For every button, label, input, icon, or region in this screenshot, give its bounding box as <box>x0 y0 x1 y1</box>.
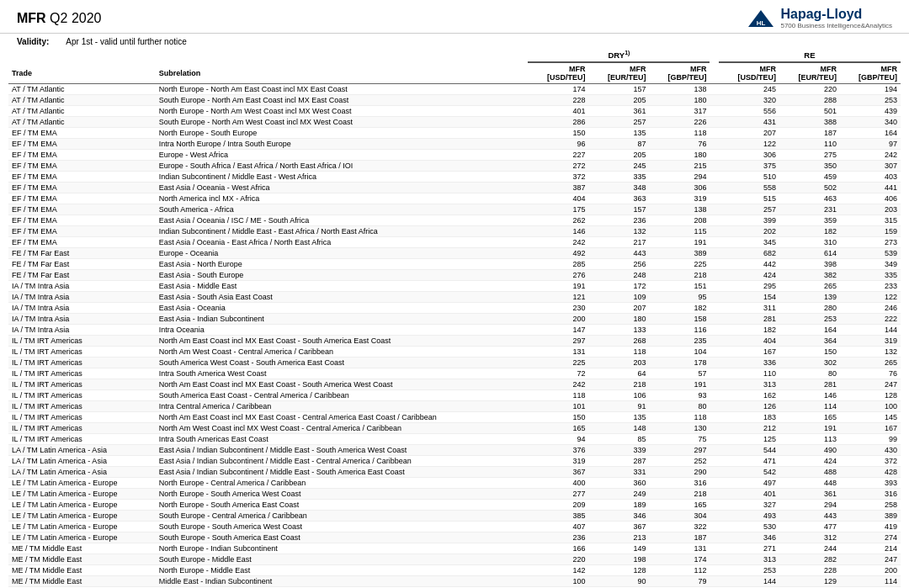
sep-cell <box>710 150 718 161</box>
subrelation-cell: North Am West Coast incl MX West Coast -… <box>156 423 529 434</box>
dry-usd-cell: 147 <box>528 325 588 336</box>
dry-eur-cell: 128 <box>588 565 649 576</box>
re-usd-cell: 558 <box>719 183 779 193</box>
re-gbp-cell: 247 <box>840 554 901 565</box>
dry-gbp-cell: 138 <box>649 84 710 95</box>
re-gbp-cell: 128 <box>840 390 901 401</box>
dry-gbp-cell: 290 <box>649 467 710 478</box>
table-row: IA / TM Intra AsiaIntra Oceania147133116… <box>8 325 901 336</box>
dry-eur-cell: 180 <box>588 314 649 325</box>
trade-cell: EF / TM EMA <box>8 204 156 215</box>
dry-usd-cell: 101 <box>528 401 588 412</box>
table-row: LE / TM Latin America - EuropeSouth Euro… <box>8 532 901 543</box>
re-usd-cell: 125 <box>719 434 779 445</box>
trade-cell: FE / TM Far East <box>8 270 156 281</box>
re-usd-cell: 281 <box>719 314 779 325</box>
sep-cell <box>710 412 718 423</box>
dry-eur-cell: 207 <box>588 303 649 314</box>
dry-gbp-cell: 118 <box>649 128 710 139</box>
re-eur-cell: 443 <box>779 511 840 522</box>
re-eur-cell: 220 <box>779 84 840 95</box>
table-row: IL / TM IRT AmericasNorth Am East Coast … <box>8 336 901 347</box>
dry-eur-cell: 218 <box>588 379 649 390</box>
dry-gbp-cell: 322 <box>649 522 710 532</box>
svg-text:HL: HL <box>757 19 766 27</box>
dry-eur-cell: 85 <box>588 434 649 445</box>
dry-gbp-cell: 115 <box>649 226 710 237</box>
sep-cell <box>710 237 718 248</box>
re-eur-cell: 463 <box>779 193 840 204</box>
table-row: EF / TM EMAIntra North Europe / Intra So… <box>8 139 901 150</box>
table-row: LA / TM Latin America - AsiaEast Asia / … <box>8 467 901 478</box>
table-row: LE / TM Latin America - EuropeNorth Euro… <box>8 500 901 511</box>
re-eur-cell: 388 <box>779 117 840 128</box>
re-usd-cell: 510 <box>719 172 779 183</box>
re-usd-cell: 345 <box>719 237 779 248</box>
re-eur-cell: 187 <box>779 128 840 139</box>
dry-gbp-cell: 131 <box>649 543 710 554</box>
subrelation-cell: North Am East Coast incl MX East Coast -… <box>156 412 529 423</box>
dry-gbp-cell: 118 <box>649 412 710 423</box>
dry-usd-cell: 228 <box>528 95 588 106</box>
re-eur-cell: 114 <box>779 401 840 412</box>
dry-gbp-cell: 182 <box>649 303 710 314</box>
re-gbp-cell: 419 <box>840 522 901 532</box>
sep-cell <box>710 445 718 456</box>
re-eur-cell: 614 <box>779 248 840 259</box>
re-usd-cell: 167 <box>719 347 779 358</box>
subrelation-cell: North Am East Coast incl MX East Coast -… <box>156 336 529 347</box>
dry-usd-cell: 372 <box>528 172 588 183</box>
dry-gbp-cell: 304 <box>649 511 710 522</box>
re-usd-cell: 311 <box>719 303 779 314</box>
dry-usd-cell: 121 <box>528 292 588 303</box>
sep-cell <box>710 314 718 325</box>
group-header-row: DRY1) RE <box>8 50 901 62</box>
subrelation-cell: South Europe - Central America / Caribbe… <box>156 511 529 522</box>
dry-usd-cell: 209 <box>528 500 588 511</box>
re-gbp-cell: 389 <box>840 511 901 522</box>
re-eur-cell: 228 <box>779 565 840 576</box>
subrelation-cell: North Europe - North Am East Coast incl … <box>156 84 529 95</box>
dry-usd-cell: 286 <box>528 117 588 128</box>
re-eur-cell: 182 <box>779 226 840 237</box>
sub-header-row: Trade Subrelation MFR[USD/TEU] MFR[EUR/T… <box>8 62 901 84</box>
trade-cell: AT / TM Atlantic <box>8 84 156 95</box>
dry-eur-cell: 287 <box>588 456 649 467</box>
trade-cell: LA / TM Latin America - Asia <box>8 456 156 467</box>
subrelation-cell: South Europe - North Am West Coast incl … <box>156 117 529 128</box>
dry-usd-cell: 285 <box>528 259 588 270</box>
table-row: ME / TM Middle EastNorth Europe - Indian… <box>8 543 901 554</box>
table-row: ME / TM Middle EastMiddle East - Indian … <box>8 576 901 587</box>
subrelation-cell: South Europe - South America East Coast <box>156 532 529 543</box>
trade-cell: IL / TM IRT Americas <box>8 401 156 412</box>
subrelation-cell: South Europe - Middle East <box>156 554 529 565</box>
sep-cell <box>710 489 718 500</box>
re-usd-cell: 375 <box>719 161 779 172</box>
table-row: IL / TM IRT AmericasNorth Am East Coast … <box>8 379 901 390</box>
trade-cell: ME / TM Middle East <box>8 576 156 587</box>
trade-cell: IL / TM IRT Americas <box>8 423 156 434</box>
dry-usd-cell: 236 <box>528 532 588 543</box>
hapag-lloyd-icon: HL <box>747 8 775 29</box>
dry-usd-cell: 200 <box>528 314 588 325</box>
re-gbp-cell: 265 <box>840 358 901 368</box>
subrelation-cell: South America East Coast - Central Ameri… <box>156 390 529 401</box>
re-gbp-cell: 214 <box>840 543 901 554</box>
dry-usd-cell: 225 <box>528 358 588 368</box>
table-row: EF / TM EMANorth America incl MX - Afric… <box>8 193 901 204</box>
dry-eur-cell: 172 <box>588 281 649 292</box>
re-usd-cell: 162 <box>719 390 779 401</box>
subrelation-cell: Intra North Europe / Intra South Europe <box>156 139 529 150</box>
re-eur-cell: 80 <box>779 368 840 379</box>
re-gbp-cell: 247 <box>840 379 901 390</box>
trade-cell: AT / TM Atlantic <box>8 95 156 106</box>
table-row: LE / TM Latin America - EuropeSouth Euro… <box>8 511 901 522</box>
table-row: EF / TM EMAEurope - South Africa / East … <box>8 161 901 172</box>
re-gbp-cell: 242 <box>840 150 901 161</box>
dry-eur-cell: 346 <box>588 511 649 522</box>
subrelation-cell: East Asia / Indian Subcontinent / Middle… <box>156 456 529 467</box>
re-gbp-cell: 233 <box>840 281 901 292</box>
dry-gbp-cell: 174 <box>649 554 710 565</box>
dry-eur-cell: 249 <box>588 489 649 500</box>
table-row: IA / TM Intra AsiaEast Asia - South Asia… <box>8 292 901 303</box>
